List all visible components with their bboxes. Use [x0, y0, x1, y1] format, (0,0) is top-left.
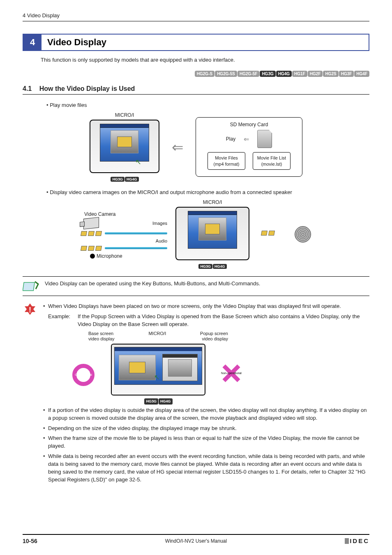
- popup-screen-label-l2: video display: [202, 336, 228, 341]
- model-badge-hg2s: HG2S: [323, 71, 338, 77]
- cursor-icon: ↖: [135, 157, 141, 166]
- speaker-icon: [295, 226, 311, 243]
- device-label: MICRO/I: [90, 112, 159, 118]
- model-badge-hg2g-5f: HG2G-5F: [238, 71, 259, 77]
- arrow-left-small-icon: ⇐: [244, 135, 249, 143]
- model-badge-hg4g: HG4G: [276, 71, 292, 77]
- chapter-heading: 4 Video Display: [23, 34, 369, 51]
- model-badge-hg2f: HG2F: [308, 71, 323, 77]
- example-label: Example:: [48, 313, 78, 328]
- sd-card-icon: [257, 130, 272, 148]
- video-display-area-2: [198, 217, 226, 240]
- figure-example: Base screen video display MICRO/I Popup …: [88, 331, 228, 405]
- hg-badge-hg3g: HG3G: [198, 264, 212, 269]
- warn-item-1: When Video Displays have been placed on …: [43, 303, 369, 310]
- audio-label: Audio: [156, 238, 167, 243]
- warning-block: ! When Video Displays have been placed o…: [23, 303, 369, 486]
- model-badge-hg3f: HG3F: [339, 71, 354, 77]
- section-number: 4.1: [23, 85, 32, 92]
- svg-rect-0: [23, 282, 35, 291]
- hg-badge-hg3g: HG3G: [144, 398, 158, 405]
- video-camera-label: Video Camera: [84, 211, 116, 217]
- video-packets-icon: [81, 231, 101, 236]
- page-footer: 10-56 WindO/I-NV2 User's Manual IDEC: [23, 534, 369, 544]
- hg-badge-hg3g: HG3G: [111, 177, 125, 182]
- microphone-label: Microphone: [97, 253, 122, 259]
- model-badges-row: HG2G-SHG2G-5SHG2G-5FHG3GHG4GHG1FHG2FHG2S…: [23, 70, 369, 77]
- images-label: Images: [152, 221, 167, 226]
- movie-list-l2: (movie.lst): [256, 161, 287, 167]
- model-badge-hg2g-5s: HG2G-5S: [215, 71, 237, 77]
- model-badge-hg2g-s: HG2G-S: [195, 71, 214, 77]
- movie-files-box: Movie Files (mp4 format): [208, 152, 245, 170]
- warn-item-2: If a portion of the video display is out…: [43, 407, 369, 422]
- base-video-area: [119, 355, 156, 380]
- sd-card-box: SD Memory Card Play ⇐ Movie Files (mp4 f…: [196, 117, 302, 177]
- camera-icon: [83, 217, 99, 229]
- chapter-intro: This function is only supported by model…: [41, 57, 369, 63]
- warn-item-5: While data is being recorded after an ev…: [43, 453, 369, 483]
- popup-window: [162, 354, 198, 381]
- bullet-display-camera: Display video camera images on the MICRO…: [46, 189, 369, 195]
- popup-screen-label-l1: Popup screen: [200, 331, 228, 336]
- movie-files-l2: (mp4 format): [211, 161, 242, 167]
- movie-files-l1: Movie Files: [211, 155, 242, 161]
- breadcrumb: 4 Video Display: [23, 12, 369, 21]
- movie-list-box: Movie File List (movie.lst): [253, 152, 291, 170]
- non-operational-text: Non-operational: [221, 371, 242, 375]
- movie-list-l1: Movie File List: [256, 155, 287, 161]
- audio-out-packets-icon: [261, 231, 274, 236]
- arrow-left-icon: ⇐: [172, 139, 183, 155]
- warning-icon: !: [23, 303, 37, 317]
- cursor-icon-2: ↖: [154, 372, 159, 382]
- bullet-play-movies: Play movie files: [46, 102, 369, 108]
- operational-text: Operational: [75, 372, 92, 377]
- model-badge-hg3g: HG3G: [260, 71, 275, 77]
- audio-packets-icon: [81, 246, 101, 251]
- note-icon: [23, 280, 39, 292]
- device-label-2: MICRO/I: [175, 199, 249, 205]
- warn-item-3: Depending on the size of the video displ…: [43, 425, 369, 432]
- figure-play-movie: MICRO/I ↖ HG3GHG4G ⇐ SD Memory Card Play…: [23, 112, 369, 182]
- base-screen-label-l2: video display: [88, 336, 115, 341]
- warn-item-4: When the frame size of the movie file to…: [43, 435, 369, 450]
- section-heading: 4.1 How the Video Display is Used: [23, 85, 369, 95]
- microphone-icon: [90, 254, 95, 259]
- note-block: Video Display can be operated using the …: [23, 276, 369, 296]
- figure-camera-audio: Video Camera Images Audio: [23, 199, 369, 269]
- play-label: Play: [226, 136, 235, 142]
- note-text: Video Display can be operated using the …: [45, 280, 369, 288]
- chapter-title: Video Display: [42, 35, 112, 50]
- video-display-area: [111, 130, 138, 153]
- base-screen-label-l1: Base screen: [88, 331, 113, 336]
- sd-card-title: SD Memory Card: [202, 122, 296, 127]
- microi-device: MICRO/I ↖ HG3GHG4G: [90, 112, 159, 182]
- model-badge-hg1f: HG1F: [292, 71, 307, 77]
- chapter-number: 4: [23, 35, 42, 50]
- section-title: How the Video Display is Used: [39, 85, 135, 92]
- example-text: If the Popup Screen with a Video Display…: [78, 313, 369, 328]
- non-operational-indicator: Non-operational: [220, 362, 243, 385]
- hg-badge-hg4g: HG4G: [159, 398, 173, 405]
- hg-badge-hg4g: HG4G: [213, 264, 227, 269]
- manual-title: WindO/I-NV2 User's Manual: [23, 538, 369, 544]
- operational-indicator: Operational: [72, 363, 95, 386]
- fig3-device-label: MICRO/I: [148, 331, 166, 342]
- hg-badge-hg4g: HG4G: [125, 177, 139, 182]
- model-badge-hg4f: HG4F: [354, 71, 369, 77]
